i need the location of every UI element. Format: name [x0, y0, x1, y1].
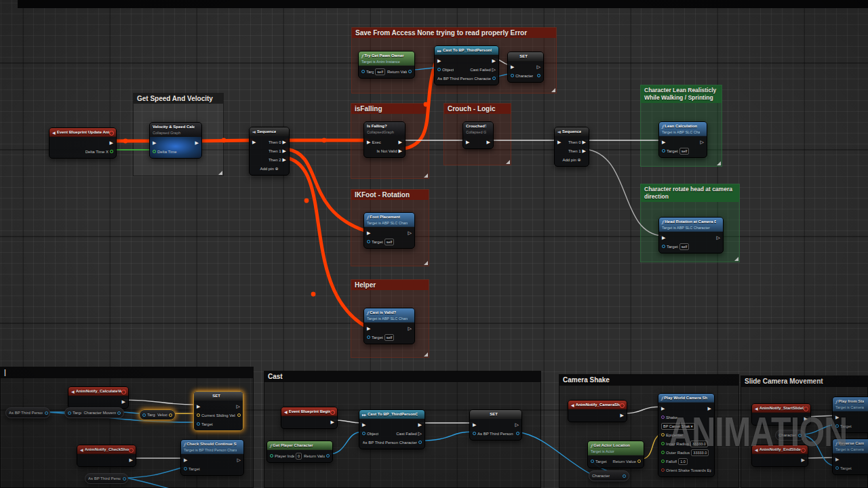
comment-resize-handle[interactable] — [424, 174, 428, 178]
blue-pin[interactable] — [835, 466, 839, 470]
node-cast-to-thirdperson-2[interactable]: ▸▸Cast To BP_ThirdPersonCharacter▶▶Objec… — [359, 409, 425, 449]
exec-pin[interactable]: ▶ — [184, 458, 187, 462]
exec-pin[interactable]: ▷ — [408, 230, 412, 235]
input-field[interactable]: 33333.0 — [690, 441, 708, 447]
exec-pin[interactable]: ▶ — [331, 420, 334, 424]
blue-pin[interactable] — [418, 441, 422, 444]
node-animnotify-startslidecamera[interactable]: ◀AnimNotify_StartSlideCamera▶ — [751, 403, 811, 426]
input-field[interactable]: BP Camer Shak ▾ — [661, 423, 695, 430]
exec-pin[interactable]: ▶ — [473, 422, 476, 427]
exec-pin[interactable]: ▷ — [492, 67, 496, 72]
node-foot-placement[interactable]: ƒFoot PlacementTarget is ABP SLC Charact… — [363, 212, 415, 249]
exec-pin[interactable]: ▶ — [835, 415, 839, 420]
node-play-from-start[interactable]: ƒPlay from Start (Target is Camera...▶Ta… — [832, 396, 868, 433]
node-character-pill-2[interactable]: Character — [775, 430, 805, 441]
blue-pin[interactable] — [362, 432, 366, 435]
input-field[interactable]: self — [679, 243, 690, 250]
comment-header-ikfoot-rotation[interactable]: IKFoot - Rotation — [351, 190, 429, 200]
exec-pin[interactable]: ▶ — [437, 58, 441, 63]
exec-pin[interactable]: ▶ — [130, 458, 133, 462]
blue-pin[interactable] — [662, 245, 665, 248]
exec-pin[interactable]: ▶ — [487, 140, 490, 144]
input-field[interactable]: 33333.0 — [691, 449, 709, 456]
node-velocity-speed-calculation[interactable]: Velocity & Speed CalculationCollapsed Gr… — [149, 122, 202, 159]
blue-pin[interactable] — [835, 424, 839, 428]
blue-pin[interactable] — [367, 336, 370, 339]
blue-pin[interactable] — [492, 77, 496, 80]
exec-pin[interactable]: ▷ — [537, 64, 540, 69]
exec-pin[interactable]: ▶ — [367, 230, 370, 235]
exec-pin[interactable]: ▶ — [252, 140, 256, 144]
node-reverse-camera[interactable]: ƒReverse CamerTarget is Camera...▶Target — [832, 439, 868, 475]
node-set-sliding-velocity[interactable]: SET▶▷Current Sliding VelocityTarget — [193, 391, 243, 431]
blue-pin[interactable] — [326, 454, 330, 458]
comment-resize-handle[interactable] — [218, 171, 222, 175]
comment-header-get-speed-velocity[interactable]: Get Speed And Velocity — [134, 94, 223, 104]
node-animnotify-calculatevelocity[interactable]: ◀AnimNotify_CalculateVelocity▶ — [68, 386, 129, 409]
exec-pin[interactable]: ▷ — [515, 422, 519, 427]
comment-header-save-error[interactable]: Save From Access None trying to read pro… — [352, 28, 556, 38]
exec-pin[interactable]: ▶ — [399, 148, 402, 153]
input-field[interactable]: self — [384, 239, 395, 245]
exec-pin[interactable]: ▶ — [835, 457, 839, 462]
comment-resize-handle[interactable] — [506, 160, 510, 164]
node-crouched[interactable]: Crouched?Collapsed Graph▶▶ — [462, 121, 494, 149]
node-character-movement-getter[interactable]: TargetCharacter Movement — [64, 407, 124, 418]
node-animnotify-camerashake[interactable]: ◀AnimNotify_CameraShake▶ — [568, 400, 627, 422]
red-pin[interactable] — [661, 468, 665, 472]
exec-pin[interactable]: ▶ — [804, 416, 808, 421]
green-pin[interactable] — [110, 150, 113, 153]
exec-pin[interactable]: ▶ — [367, 326, 370, 331]
blue-pin[interactable] — [516, 432, 519, 435]
blue-pin[interactable] — [662, 149, 665, 152]
exec-pin[interactable]: ▷ — [701, 140, 704, 144]
blue-pin[interactable] — [623, 474, 626, 478]
comment-header-character-rotate-head[interactable]: Character rotate head at camera directio… — [641, 184, 739, 202]
exec-pin[interactable]: ▷ — [408, 326, 412, 331]
input-field[interactable]: 0 — [296, 453, 302, 460]
comment-header-helper[interactable]: Helper — [351, 280, 429, 290]
node-character-pill-1[interactable]: Character — [589, 470, 629, 481]
teal-pin[interactable] — [270, 454, 273, 458]
node-sequence-1[interactable]: ⇉Sequence▶Then 0▶Then 1▶Then 2▶Add pin ⊕ — [249, 127, 290, 176]
input-field[interactable]: self — [375, 68, 385, 75]
blue-pin[interactable] — [197, 422, 200, 426]
delegate-pin[interactable] — [330, 410, 335, 415]
blue-pin[interactable] — [591, 460, 594, 463]
node-animnotify-checkshouldslide[interactable]: ◀AnimNotify_CheckShouldSlide▶ — [77, 445, 136, 467]
purple-pin[interactable] — [661, 415, 665, 419]
node-event-begin-play[interactable]: ◀Event Blueprint Begin Play▶ — [281, 407, 338, 429]
exec-pin[interactable]: ▶ — [153, 140, 156, 145]
delegate-pin[interactable] — [801, 448, 806, 453]
input-field[interactable]: 1.0 — [678, 458, 688, 465]
exec-pin[interactable]: ▷ — [237, 458, 241, 462]
exec-pin[interactable]: ▷ — [418, 431, 422, 436]
exec-pin[interactable]: ▶ — [110, 140, 113, 145]
node-check-should-continue-sliding[interactable]: ƒCheck Should Continue SlidingTarget is … — [180, 439, 244, 476]
exec-pin[interactable]: ▶ — [197, 404, 200, 409]
node-is-falling[interactable]: Is Falling?CollapsedGraph▶Exec▶Is Not Va… — [363, 121, 406, 158]
exec-pin[interactable]: ▶ — [583, 148, 586, 153]
exec-pin[interactable]: ▶ — [195, 140, 199, 145]
node-try-get-pawn-owner[interactable]: ƒTry Get Pawn OwnerTarget is Anim Instan… — [358, 51, 415, 79]
node-head-rotation-camera[interactable]: ƒHead Rotation at Camera DirectionTarget… — [658, 217, 724, 253]
green-pin[interactable] — [153, 150, 156, 153]
comment-resize-handle[interactable] — [424, 352, 428, 357]
comment-resize-handle[interactable] — [424, 261, 428, 265]
node-set-character[interactable]: SET▶▷Character — [507, 52, 544, 83]
node-set-asbp[interactable]: SET▶▷As BP Third Person Character — [469, 409, 522, 441]
delegate-pin[interactable] — [109, 131, 114, 136]
delegate-pin[interactable] — [804, 407, 808, 411]
blue-pin[interactable] — [408, 70, 412, 73]
node-lean-calculation[interactable]: ƒLean CalculationTarget is ABP SLC Chara… — [658, 121, 707, 158]
comment-header-character-lean[interactable]: Character Lean Realisticly While Walking… — [641, 85, 722, 103]
comment-header-camera-shake[interactable]: Camera Shake — [559, 375, 738, 386]
yellow-pin[interactable] — [661, 433, 665, 436]
blue-pin[interactable] — [511, 74, 514, 77]
comment-header-untitled-renaming[interactable]: | — [1, 367, 253, 378]
green-pin[interactable] — [661, 442, 665, 445]
blue-pin[interactable] — [367, 240, 370, 243]
blue-pin[interactable] — [68, 411, 71, 415]
yellow-pin[interactable] — [169, 413, 172, 417]
exec-pin[interactable]: ▶ — [492, 58, 496, 63]
